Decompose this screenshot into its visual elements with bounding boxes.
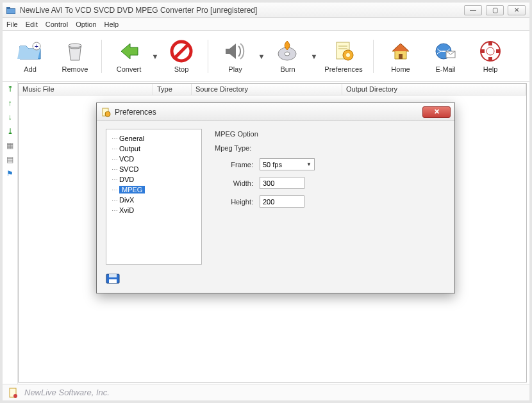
maximize-button[interactable]: ▢ [486,5,504,15]
home-icon [388,39,413,63]
preferences-tree: ⋯General ⋯Output ⋯VCD ⋯SVCD ⋯DVD ⋯MPEG ⋯… [106,129,202,265]
width-input[interactable] [260,177,304,189]
svg-rect-26 [109,274,117,277]
play-dropdown[interactable]: ▼ [258,44,265,69]
tree-node-xvid[interactable]: ⋯XviD [109,205,199,215]
burn-button[interactable]: Burn [265,38,310,74]
home-label: Home [391,65,410,73]
frame-combo[interactable]: 50 fps ▼ [260,158,315,170]
lifering-icon [478,39,503,63]
move-top-icon[interactable]: ⤒ [6,85,15,94]
svg-point-20 [486,47,494,55]
tree-node-svcd[interactable]: ⋯SVCD [109,164,199,174]
menubar: File Edit Control Option Help [3,18,529,31]
col-type[interactable]: Type [153,84,192,95]
help-label: Help [483,65,498,73]
col-output-dir[interactable]: Output Directory [342,84,526,95]
side-icon-gray[interactable]: ▦ [6,141,15,150]
svg-rect-2 [7,9,15,13]
preferences-dialog: Preferences ✕ ⋯General ⋯Output ⋯VCD ⋯SVC… [96,103,455,293]
app-icon [6,6,17,15]
tree-node-dvd[interactable]: ⋯DVD [109,174,199,185]
frame-label: Frame: [215,161,260,169]
save-disk-icon[interactable] [106,274,120,284]
move-up-icon[interactable]: ↑ [6,99,15,108]
menu-file[interactable]: File [6,21,18,28]
email-button[interactable]: E-Mail [423,38,468,74]
remove-button[interactable]: Remove [53,38,97,74]
preferences-button[interactable]: Preferences [318,38,369,74]
toolbar: + Add Remove Convert ▼ [3,31,529,82]
speaker-icon [222,39,248,63]
stop-icon [169,39,194,63]
play-label: Play [228,65,242,73]
status-company: NewLive Software, Inc. [24,388,110,397]
svg-point-10 [285,52,290,56]
dialog-footer [97,271,454,293]
tree-node-divx[interactable]: ⋯DivX [109,195,199,205]
col-music-file[interactable]: Music File [19,84,153,95]
mpeg-type-label: Mpeg Type: [215,144,258,152]
tree-node-vcd[interactable]: ⋯VCD [109,154,199,164]
menu-help[interactable]: Help [104,21,119,28]
toolbar-separator [373,40,374,73]
menu-edit[interactable]: Edit [26,21,38,28]
convert-label: Convert [117,65,142,73]
svg-point-22 [13,394,17,398]
side-toolbar: ⤒ ↑ ↓ ⤓ ▦ ▤ ⚑ [3,82,18,384]
height-label: Height: [215,198,260,206]
svg-text:+: + [35,43,38,50]
width-label: Width: [215,179,260,187]
tree-node-general[interactable]: ⋯General [109,133,199,144]
titlebar: NewLive AVI To VCD SVCD DVD MPEG Convert… [3,3,529,18]
toolbar-separator [101,40,103,73]
tree-node-mpeg[interactable]: ⋯MPEG [109,185,199,195]
dialog-title: Preferences [115,108,422,117]
height-input[interactable] [260,195,304,208]
tree-node-output[interactable]: ⋯Output [109,144,199,154]
svg-point-6 [69,44,81,47]
home-button[interactable]: Home [378,38,423,74]
burn-dropdown[interactable]: ▼ [310,44,318,69]
move-down-icon[interactable]: ↓ [6,113,15,122]
folder-add-icon: + [17,39,43,63]
email-globe-icon [433,39,458,63]
dialog-titlebar: Preferences ✕ [97,103,454,121]
convert-arrow-icon [116,39,142,63]
minimize-button[interactable]: ― [464,5,482,15]
dialog-close-button[interactable]: ✕ [422,106,451,118]
col-source-dir[interactable]: Source Directory [192,84,342,95]
email-label: E-Mail [435,65,455,73]
window-title: NewLive AVI To VCD SVCD DVD MPEG Convert… [20,6,464,15]
svg-rect-27 [109,279,117,283]
gear-document-icon [331,39,356,63]
side-icon-gray2[interactable]: ▤ [6,155,15,164]
toolbar-separator [208,40,209,73]
help-button[interactable]: Help [468,38,513,74]
preferences-label: Preferences [324,65,362,73]
convert-button[interactable]: Convert [106,38,151,74]
play-button[interactable]: Play [213,38,258,74]
frame-value: 50 fps [263,161,282,169]
disc-burn-icon [275,39,301,63]
move-bottom-icon[interactable]: ⤓ [6,127,15,136]
section-title: MPEG Option [215,130,442,138]
close-button[interactable]: ✕ [508,5,526,15]
svg-point-24 [105,111,110,117]
trash-icon [62,39,88,63]
stop-button[interactable]: Stop [159,38,204,74]
add-button[interactable]: + Add [8,38,53,74]
convert-dropdown[interactable]: ▼ [151,44,159,69]
window-controls: ― ▢ ✕ [464,5,526,15]
menu-control[interactable]: Control [46,21,68,28]
svg-point-15 [346,53,350,57]
chevron-down-icon: ▼ [306,161,312,167]
menu-option[interactable]: Option [76,21,96,28]
dialog-body: ⋯General ⋯Output ⋯VCD ⋯SVCD ⋯DVD ⋯MPEG ⋯… [97,121,454,271]
svg-rect-1 [6,7,10,9]
burn-label: Burn [280,65,295,73]
stop-label: Stop [174,65,189,73]
statusbar: NewLive Software, Inc. [3,384,529,400]
dialog-icon [101,107,111,117]
side-icon-flag[interactable]: ⚑ [6,169,15,178]
